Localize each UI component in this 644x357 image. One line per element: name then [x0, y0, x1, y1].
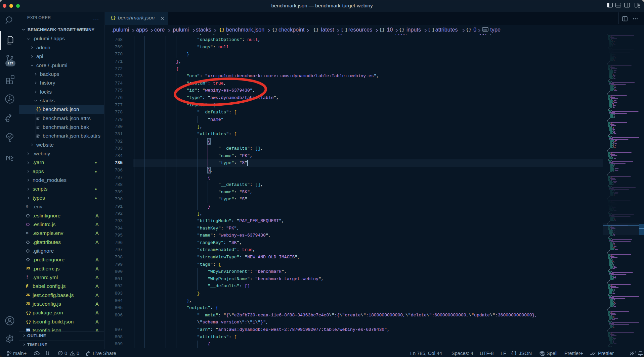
svg-text:abc: abc: [483, 28, 487, 31]
